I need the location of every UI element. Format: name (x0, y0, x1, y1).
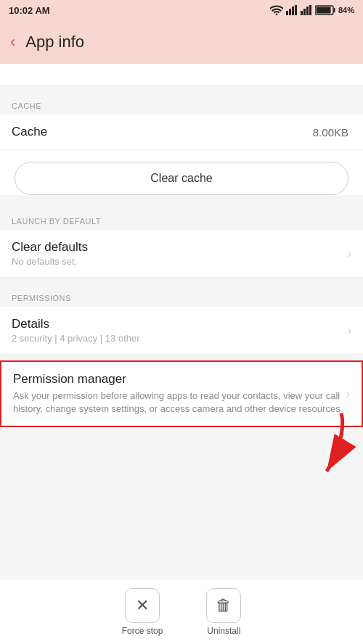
page-title: App info (25, 33, 84, 51)
signal-icon (286, 5, 298, 15)
svg-rect-5 (303, 9, 306, 15)
svg-rect-9 (333, 8, 335, 12)
cache-section: CACHE Cache 8.00KB Clear cache (0, 91, 363, 195)
launch-default-label: LAUNCH BY DEFAULT (0, 207, 363, 230)
clear-defaults-subtitle: No defaults set. (12, 256, 348, 267)
permissions-section: PERMISSIONS Details 2 security | 4 priva… (0, 284, 363, 355)
battery-icon (315, 5, 335, 15)
cache-value: 8.00KB (313, 126, 348, 139)
force-stop-action[interactable]: ✕ Force stop (122, 588, 163, 636)
battery-percent: 84% (338, 6, 354, 15)
status-icons: 84% (270, 5, 354, 15)
svg-rect-10 (316, 7, 330, 14)
wifi-icon (270, 5, 283, 15)
force-stop-icon: ✕ (136, 596, 149, 615)
svg-rect-1 (289, 9, 291, 15)
app-header: ‹ App info (0, 20, 363, 64)
back-button[interactable]: ‹ (10, 33, 15, 51)
cache-label: CACHE (0, 91, 363, 115)
clear-defaults-title: Clear defaults (12, 240, 348, 255)
clear-defaults-info: Clear defaults No defaults set. (12, 240, 348, 267)
status-time: 10:02 AM (9, 5, 50, 16)
permission-manager-chevron-icon: › (346, 387, 350, 400)
uninstall-label: Uninstall (207, 626, 240, 636)
cache-title: Cache (12, 125, 47, 139)
svg-rect-0 (286, 11, 288, 15)
uninstall-action[interactable]: 🗑 Uninstall (206, 588, 241, 636)
permissions-label: PERMISSIONS (0, 284, 363, 307)
details-chevron-icon: › (348, 324, 351, 337)
permission-manager-title: Permission manager (13, 372, 340, 387)
chevron-right-icon: › (348, 247, 351, 260)
clear-defaults-row[interactable]: Clear defaults No defaults set. › (0, 230, 363, 278)
cache-row: Cache 8.00KB (0, 115, 363, 150)
uninstall-icon-box: 🗑 (206, 588, 241, 623)
launch-default-section: LAUNCH BY DEFAULT Clear defaults No defa… (0, 207, 363, 278)
details-info: Details 2 security | 4 privacy | 13 othe… (12, 317, 348, 344)
main-content: CACHE Cache 8.00KB Clear cache LAUNCH BY… (0, 64, 363, 579)
top-partial-card (0, 64, 363, 86)
force-stop-label: Force stop (122, 626, 163, 636)
permission-manager-info: Permission manager Ask your permission b… (13, 372, 340, 416)
svg-rect-3 (295, 5, 297, 15)
details-row[interactable]: Details 2 security | 4 privacy | 13 othe… (0, 307, 363, 355)
status-bar: 10:02 AM 84% (0, 0, 363, 20)
uninstall-icon: 🗑 (216, 596, 232, 615)
svg-rect-4 (301, 11, 303, 15)
permission-manager-row[interactable]: Permission manager Ask your permission b… (0, 360, 363, 427)
details-title: Details (12, 317, 348, 331)
details-subtitle: 2 security | 4 privacy | 13 other (12, 333, 348, 344)
svg-rect-7 (309, 5, 311, 15)
clear-cache-button[interactable]: Clear cache (15, 162, 348, 195)
signal2-icon (301, 5, 312, 15)
force-stop-icon-box: ✕ (125, 588, 160, 623)
svg-rect-6 (306, 7, 309, 15)
permission-manager-subtitle: Ask your permission before allowing apps… (13, 389, 340, 416)
bottom-bar: ✕ Force stop 🗑 Uninstall (0, 579, 363, 644)
svg-rect-2 (292, 7, 294, 15)
